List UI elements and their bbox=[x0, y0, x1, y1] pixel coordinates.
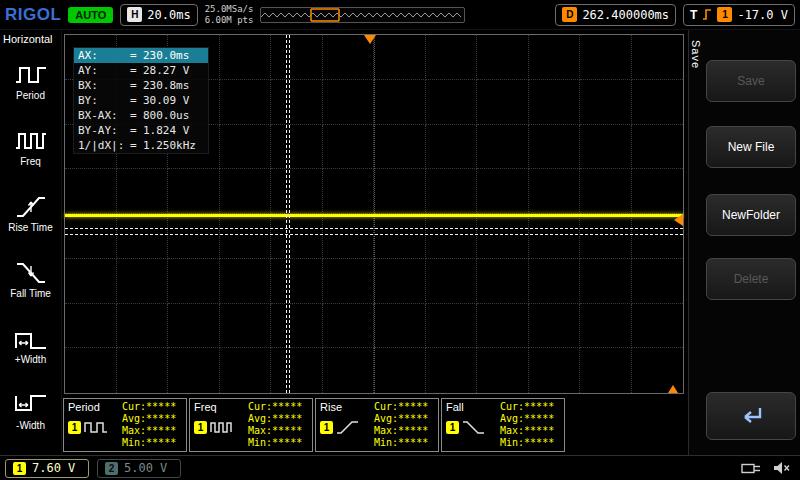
measure-panel-period: Period 1 Cur:***** Avg:***** Max:***** M… bbox=[63, 398, 187, 452]
sidebar-item-period[interactable]: Period bbox=[0, 47, 61, 113]
trigger-control[interactable]: T 1 -17.0 V bbox=[683, 4, 795, 26]
cursor-value: 800.0us bbox=[143, 108, 204, 123]
cursor-value: 30.09 V bbox=[143, 93, 204, 108]
sidebar-label: +Width bbox=[15, 354, 46, 365]
cursor-row-ax: AX: = 230.0ms bbox=[74, 48, 208, 63]
sidebar-label: Rise Time bbox=[8, 222, 52, 233]
sidebar-item-fall-time[interactable]: Fall Time bbox=[0, 245, 61, 311]
stat-max: Max:***** bbox=[500, 425, 560, 437]
stat-avg: Avg:***** bbox=[374, 413, 434, 425]
channel1-status[interactable]: 1 7.60 V bbox=[5, 459, 89, 478]
stat-avg: Avg:***** bbox=[248, 413, 308, 425]
channel-badge: 1 bbox=[194, 421, 207, 434]
stat-min: Min:***** bbox=[500, 437, 560, 449]
rigol-logo: RIGOL bbox=[5, 5, 61, 25]
cursor-bx-line[interactable] bbox=[289, 35, 290, 393]
trigger-level-value: -17.0 V bbox=[737, 8, 788, 22]
cursor-ay-line[interactable] bbox=[65, 228, 683, 229]
stat-cur: Cur:***** bbox=[500, 401, 560, 413]
sidebar-label: Period bbox=[16, 90, 45, 101]
stat-max: Max:***** bbox=[248, 425, 308, 437]
waveform-overview-strip[interactable] bbox=[260, 7, 465, 23]
cursor-label: BY: bbox=[78, 93, 130, 108]
cursor-value: 1.250kHz bbox=[143, 138, 204, 153]
channel2-badge: 2 bbox=[105, 462, 118, 475]
measure-panel-rise: Rise 1 Cur:***** Avg:***** Max:***** Min… bbox=[315, 398, 439, 452]
sidebar-item-freq[interactable]: Freq bbox=[0, 113, 61, 179]
measure-name: Freq bbox=[194, 401, 248, 413]
main-display: AX: = 230.0ms AY: = 28.27 V BX: = 230.8m… bbox=[62, 30, 688, 455]
stat-max: Max:***** bbox=[122, 425, 182, 437]
cursor-label: BX: bbox=[78, 78, 130, 93]
measure-name: Rise bbox=[320, 401, 374, 413]
freq-icon bbox=[14, 126, 48, 154]
cursor-row-byay: BY-AY: = 1.824 V bbox=[74, 123, 208, 138]
sidebar-item-plus-width[interactable]: +Width bbox=[0, 311, 61, 377]
trigger-level-marker[interactable] bbox=[674, 214, 683, 226]
stat-min: Min:***** bbox=[374, 437, 434, 449]
cursor-row-by: BY: = 30.09 V bbox=[74, 93, 208, 108]
timebase-value: 20.0ms bbox=[147, 8, 190, 22]
cursor-readout-panel: AX: = 230.0ms AY: = 28.27 V BX: = 230.8m… bbox=[73, 47, 209, 154]
minus-width-icon bbox=[14, 390, 48, 418]
cursor-row-inv-dx: 1/|dX|: = 1.250kHz bbox=[74, 138, 208, 153]
sidebar-label: Fall Time bbox=[10, 288, 51, 299]
enter-arrow-icon bbox=[736, 405, 766, 427]
cursor-value: 28.27 V bbox=[143, 63, 204, 78]
top-bar: RIGOL AUTO H 20.0ms 25.0MSa/s 6.00M pts … bbox=[0, 0, 800, 30]
horizontal-menu-sidebar: Horizontal Period Freq Rise Time bbox=[0, 30, 62, 455]
cursor-equals: = bbox=[130, 108, 143, 123]
channel1-badge: 1 bbox=[13, 462, 26, 475]
fall-measure-icon bbox=[462, 419, 486, 435]
cursor-equals: = bbox=[130, 123, 143, 138]
channel1-trace bbox=[65, 214, 683, 217]
period-icon bbox=[14, 60, 48, 88]
cursor-label: AX: bbox=[78, 48, 130, 63]
sidebar-item-minus-width[interactable]: -Width bbox=[0, 377, 61, 443]
cursor-label: BY-AY: bbox=[78, 123, 130, 138]
bottom-status-bar: 1 7.60 V 2 5.00 V bbox=[0, 455, 800, 480]
stat-cur: Cur:***** bbox=[122, 401, 182, 413]
fall-time-icon bbox=[14, 258, 48, 286]
cursor-ax-line[interactable] bbox=[286, 35, 287, 393]
delete-button[interactable]: Delete bbox=[706, 258, 796, 300]
measure-name: Fall bbox=[446, 401, 500, 413]
delay-control[interactable]: D 262.400000ms bbox=[555, 4, 676, 26]
measure-panel-freq: Freq 1 Cur:***** Avg:***** Max:***** Min… bbox=[189, 398, 313, 452]
delay-value: 262.400000ms bbox=[582, 8, 669, 22]
timebase-control[interactable]: H 20.0ms bbox=[120, 4, 197, 26]
measure-name: Period bbox=[68, 401, 122, 413]
run-status-badge: AUTO bbox=[68, 7, 113, 23]
delay-position-marker bbox=[668, 385, 678, 393]
stat-min: Min:***** bbox=[248, 437, 308, 449]
channel-badge: 1 bbox=[446, 421, 459, 434]
cursor-label: BX-AX: bbox=[78, 108, 130, 123]
stat-cur: Cur:***** bbox=[248, 401, 308, 413]
new-folder-button[interactable]: NewFolder bbox=[706, 194, 796, 236]
trigger-position-marker[interactable] bbox=[364, 35, 376, 44]
sidebar-title: Horizontal bbox=[0, 30, 61, 47]
usb-icon bbox=[741, 462, 763, 475]
new-file-button[interactable]: New File bbox=[706, 126, 796, 168]
cursor-row-ay: AY: = 28.27 V bbox=[74, 63, 208, 78]
oscilloscope-screen: RIGOL AUTO H 20.0ms 25.0MSa/s 6.00M pts … bbox=[0, 0, 800, 480]
sidebar-item-rise-time[interactable]: Rise Time bbox=[0, 179, 61, 245]
cursor-equals: = bbox=[130, 138, 143, 153]
back-button[interactable] bbox=[706, 392, 796, 440]
measurement-bar: Period 1 Cur:***** Avg:***** Max:***** M… bbox=[63, 398, 565, 452]
save-button[interactable]: Save bbox=[706, 60, 796, 102]
measure-panel-fall: Fall 1 Cur:***** Avg:***** Max:***** Min… bbox=[441, 398, 565, 452]
cursor-equals: = bbox=[130, 63, 143, 78]
channel2-scale: 5.00 V bbox=[124, 461, 167, 475]
trigger-slope-icon bbox=[702, 8, 712, 21]
cursor-value: 1.824 V bbox=[143, 123, 204, 138]
channel-badge: 1 bbox=[320, 421, 333, 434]
cursor-row-bx: BX: = 230.8ms bbox=[74, 78, 208, 93]
status-icons bbox=[741, 461, 795, 475]
cursor-by-line[interactable] bbox=[65, 234, 683, 235]
channel2-status[interactable]: 2 5.00 V bbox=[97, 459, 181, 478]
stat-avg: Avg:***** bbox=[122, 413, 182, 425]
period-measure-icon bbox=[84, 419, 108, 435]
cursor-row-bxax: BX-AX: = 800.0us bbox=[74, 108, 208, 123]
acquisition-info: 25.0MSa/s 6.00M pts bbox=[205, 4, 254, 26]
